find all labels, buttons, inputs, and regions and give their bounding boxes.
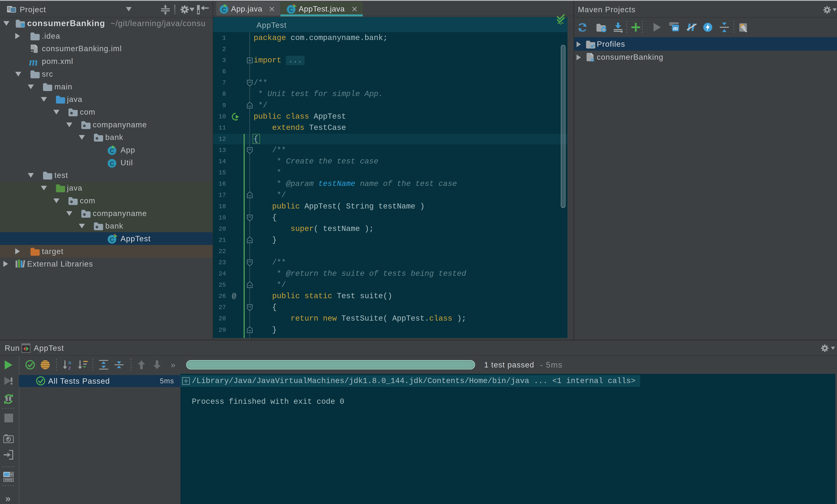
svg-text:z: z [68,365,71,370]
svg-text:C: C [110,236,114,243]
svg-text:m: m [591,56,594,62]
svg-text:C: C [222,6,226,13]
svg-text:C: C [110,160,114,167]
svg-text:C: C [289,6,293,13]
svg-text:C: C [110,148,114,155]
svg-text:m: m [673,25,678,32]
svg-text:a: a [68,360,71,365]
